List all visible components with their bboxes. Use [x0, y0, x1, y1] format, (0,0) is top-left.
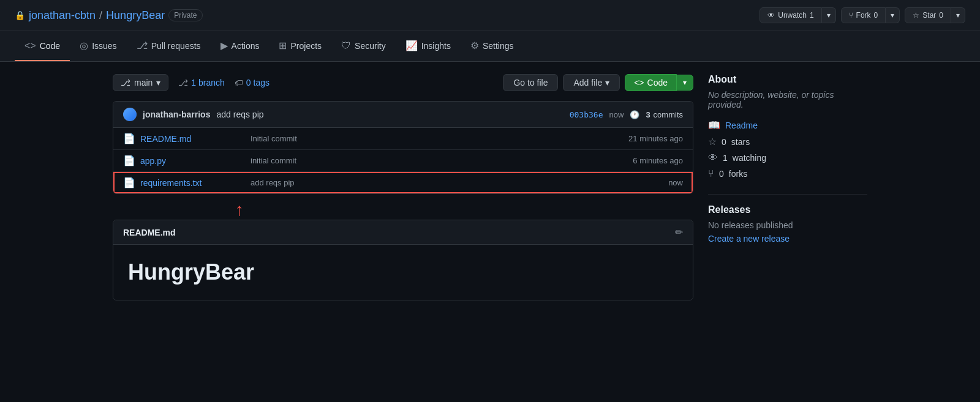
commits-count: 3 [646, 110, 650, 119]
readme-link[interactable]: Readme [725, 121, 758, 130]
eye-icon: 👁 [767, 11, 775, 20]
add-file-caret-icon: ▾ [605, 78, 609, 87]
file-table: jonathan-barrios add reqs pip 003b36e no… [113, 101, 693, 194]
readme-section: README.md ✏ HungryBear [113, 220, 693, 300]
file-time: 6 minutes ago [609, 156, 683, 165]
add-file-button[interactable]: Add file ▾ [563, 74, 620, 91]
star-icon: ☆ [913, 11, 919, 20]
star-count: 0 [939, 11, 943, 20]
repo-link[interactable]: HungryBear [106, 9, 165, 22]
add-file-group: Add file ▾ [563, 74, 620, 91]
code-btn-label: Code [647, 78, 668, 87]
star-caret[interactable]: ▾ [951, 7, 965, 23]
file-icon: 📄 [123, 133, 134, 144]
add-file-label: Add file [573, 78, 602, 87]
private-badge: Private [168, 9, 202, 21]
tag-info: 🏷 0 tags [235, 78, 270, 87]
sidebar-watching-item: 👁 1 watching [708, 152, 867, 163]
create-release-link[interactable]: Create a new release [708, 234, 790, 244]
branch-count-link[interactable]: 1 branch [191, 78, 225, 87]
tab-projects[interactable]: ⊞ Projects [269, 31, 331, 61]
repo-title: 🔒 jonathan-cbtn / HungryBear Private [15, 9, 203, 22]
tag-count-link[interactable]: 0 tags [246, 78, 270, 87]
unwatch-caret[interactable]: ▾ [822, 7, 836, 23]
watching-icon: 👁 [708, 152, 718, 163]
stars-count: 0 [722, 137, 726, 147]
tag-icon: 🏷 [235, 78, 243, 87]
tab-pr-label: Pull requests [151, 41, 201, 51]
commit-row: jonathan-barrios add reqs pip 003b36e no… [113, 102, 693, 128]
tab-insights[interactable]: 📈 Insights [396, 31, 461, 61]
tab-issues-label: Issues [92, 41, 116, 51]
unwatch-button[interactable]: 👁 Unwatch 1 [760, 7, 821, 23]
clock-icon: 🕐 [630, 110, 639, 119]
fork-caret[interactable]: ▾ [886, 7, 900, 23]
avatar [123, 108, 137, 121]
fork-label: Fork [856, 11, 871, 20]
separator: / [99, 9, 102, 22]
star-button[interactable]: ☆ Star 0 [905, 7, 951, 23]
tab-settings[interactable]: ⚙ Settings [461, 31, 524, 61]
tab-code-label: Code [40, 41, 60, 51]
file-time: now [609, 178, 683, 187]
file-name-link[interactable]: README.md [140, 134, 238, 144]
tab-security[interactable]: 🛡 Security [331, 32, 396, 61]
readme-header: README.md ✏ [113, 220, 693, 245]
fork-count: 0 [874, 11, 878, 20]
tab-code[interactable]: <> Code [15, 32, 70, 61]
star-group: ☆ Star 0 ▾ [905, 7, 965, 23]
go-to-file-label: Go to file [513, 78, 548, 87]
releases-section: Releases No releases published Create a … [708, 204, 867, 244]
tag-label: tags [254, 78, 270, 87]
actions-icon: ▶ [221, 40, 228, 51]
insights-icon: 📈 [405, 40, 418, 51]
branch-label: branch [198, 78, 225, 87]
file-name-link[interactable]: requirements.txt [140, 178, 238, 188]
commits-count-link[interactable]: 3 commits [646, 110, 683, 119]
top-bar: 🔒 jonathan-cbtn / HungryBear Private 👁 U… [0, 0, 980, 31]
about-title: About [708, 74, 867, 85]
branch-right: Go to file Add file ▾ <> Code ▾ [503, 74, 693, 91]
tab-pull-requests[interactable]: ⎇ Pull requests [127, 31, 211, 61]
commit-left: jonathan-barrios add reqs pip [123, 108, 264, 121]
commits-label: commits [654, 110, 683, 119]
file-commit-msg: Initial commit [238, 134, 609, 143]
watching-label: watching [733, 153, 766, 163]
top-actions: 👁 Unwatch 1 ▾ ⑂ Fork 0 ▾ ☆ Star 0 ▾ [760, 7, 965, 23]
nav-tabs: <> Code ◎ Issues ⎇ Pull requests ▶ Actio… [0, 31, 980, 62]
tab-projects-label: Projects [290, 41, 322, 51]
star-label: Star [922, 11, 936, 20]
pr-icon: ⎇ [137, 40, 148, 51]
branch-icon: ⎇ [121, 78, 130, 87]
branch-fork-icon: ⎇ [178, 78, 188, 87]
branch-selector[interactable]: ⎇ main ▾ [113, 74, 168, 91]
owner-link[interactable]: jonathan-cbtn [29, 9, 96, 22]
forks-label: forks [729, 169, 747, 179]
commit-hash-link[interactable]: 003b36e [570, 110, 603, 119]
fork-button[interactable]: ⑂ Fork 0 [841, 7, 886, 23]
avatar-image [123, 108, 137, 121]
file-icon: 📄 [123, 155, 134, 166]
sidebar-divider [708, 194, 867, 195]
issues-icon: ◎ [80, 40, 88, 51]
left-content: ⎇ main ▾ ⎇ 1 branch 🏷 0 tags [113, 74, 693, 300]
code-caret-button[interactable]: ▾ [677, 75, 693, 91]
main-content: ⎇ main ▾ ⎇ 1 branch 🏷 0 tags [98, 62, 882, 313]
current-branch: main [134, 78, 153, 87]
file-commit-msg: initial commit [238, 156, 609, 165]
go-to-file-button[interactable]: Go to file [503, 74, 558, 91]
code-button[interactable]: <> Code [625, 74, 677, 91]
branch-bar: ⎇ main ▾ ⎇ 1 branch 🏷 0 tags [113, 74, 693, 91]
file-commit-msg: add reqs pip [238, 178, 609, 187]
tab-actions[interactable]: ▶ Actions [211, 31, 270, 61]
tab-insights-label: Insights [421, 41, 451, 51]
forks-icon: ⑂ [708, 168, 714, 179]
readme-edit-button[interactable]: ✏ [675, 226, 683, 238]
tab-issues[interactable]: ◎ Issues [70, 31, 126, 61]
file-row: 📄 app.py initial commit 6 minutes ago [113, 150, 693, 172]
commit-right: 003b36e now 🕐 3 commits [570, 110, 683, 119]
watching-count: 1 [723, 153, 728, 163]
commit-author: jonathan-barrios [143, 110, 210, 119]
forks-count: 0 [719, 169, 724, 179]
file-name-link[interactable]: app.py [140, 156, 238, 166]
